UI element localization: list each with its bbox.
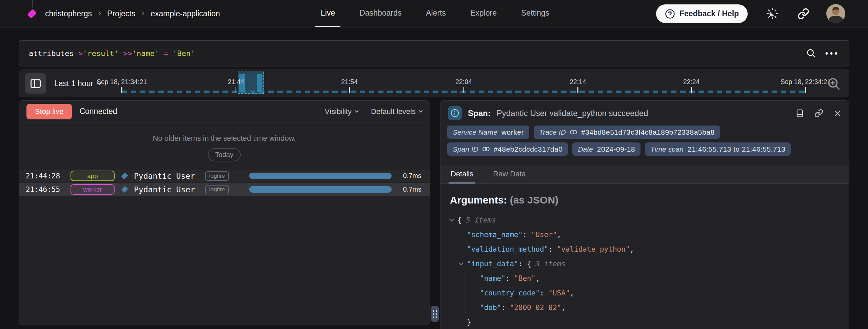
badge-row: Service NameworkerTrace ID#34bd8e51d73c3… <box>447 125 842 139</box>
date-pill-wrap: Today <box>19 143 430 161</box>
service-badge: app <box>71 171 115 181</box>
breadcrumb-chevron-icon: › <box>98 8 101 18</box>
json-token: : { <box>518 260 536 268</box>
timeline-track[interactable]: Sep 18, 21:34:2121:4421:5422:0422:1422:2… <box>122 70 806 97</box>
sidebar-toggle-button[interactable] <box>25 73 46 94</box>
timeline-tick-mark <box>121 87 122 93</box>
json-caret-icon[interactable] <box>459 260 463 265</box>
vertical-hairline <box>32 0 33 7</box>
info-icon <box>448 106 462 120</box>
tab-settings[interactable]: Settings <box>516 0 555 27</box>
json-token: 5 items <box>466 216 496 224</box>
logfire-logo-icon[interactable] <box>27 9 37 18</box>
user-avatar[interactable] <box>826 4 845 23</box>
today-pill[interactable]: Today <box>208 148 241 161</box>
json-token: { <box>457 216 466 224</box>
tab-dashboards[interactable]: Dashboards <box>354 0 407 27</box>
json-token: , <box>557 231 561 239</box>
close-icon[interactable] <box>833 109 842 117</box>
json-token: , <box>630 245 634 253</box>
feedback-help-button[interactable]: Feedback / Help <box>656 4 748 23</box>
timeline-tick-mark <box>463 87 464 93</box>
json-line: "schema_name": "User", <box>450 227 840 242</box>
avatar-head <box>832 7 840 15</box>
detail-tab-details[interactable]: Details <box>449 165 475 183</box>
badge-label: Service Name <box>453 128 497 136</box>
arguments-heading-suffix: (as JSON) <box>507 194 558 206</box>
breadcrumb-org[interactable]: christophergs <box>45 9 92 18</box>
connection-status: Connected <box>79 107 117 116</box>
duration-bar <box>249 186 392 193</box>
visibility-dropdown[interactable]: Visibility <box>325 107 358 116</box>
json-token: } <box>467 318 471 326</box>
tab-live[interactable]: Live <box>315 0 340 27</box>
trace-list: 21:44:28appPydantic Userlogfire0.7ms21:4… <box>19 170 430 196</box>
timeline-tick-label: 21:54 <box>341 78 358 86</box>
top-nav: christophergs › Projects › example-appli… <box>0 0 868 27</box>
badge-value: worker <box>501 128 524 136</box>
logfire-tag: logfire <box>205 171 229 181</box>
live-panel-controls: Visibility Default levels <box>325 107 422 116</box>
live-panel-header: Stop live Connected Visibility Default l… <box>19 101 430 122</box>
json-token: "User" <box>531 231 557 239</box>
query-input[interactable]: attributes->'result'->>'name' = 'Ben' <box>29 49 806 58</box>
duration-bar <box>249 173 392 179</box>
badge-value: #34bd8e51d73c3f4c8a189b72338a5ba8 <box>581 128 715 136</box>
json-token: "validate_python" <box>557 245 630 253</box>
open-panel-icon[interactable] <box>795 109 804 118</box>
more-options-icon[interactable]: ••• <box>825 49 839 58</box>
span-attribute-badge[interactable]: Service Nameworker <box>447 125 529 139</box>
visibility-label: Visibility <box>325 107 352 116</box>
span-attribute-badge[interactable]: Span ID#48eb2cdcdc317da0 <box>447 142 568 156</box>
json-token: : <box>501 304 510 312</box>
trace-row[interactable]: 21:44:28appPydantic Userlogfire0.7ms <box>19 170 430 182</box>
copy-link-icon[interactable] <box>814 109 823 118</box>
trace-row[interactable]: 21:46:55workerPydantic Userlogfire0.7ms <box>19 183 430 196</box>
zoom-in-icon[interactable] <box>827 77 841 91</box>
theme-toggle-icon[interactable] <box>766 8 778 20</box>
panel-resize-handle[interactable] <box>431 306 439 322</box>
sidebar-toggle-icon <box>31 79 41 88</box>
tab-explore[interactable]: Explore <box>465 0 502 27</box>
json-token: , <box>570 289 574 297</box>
span-attribute-badge[interactable]: Time span21:46:55.713 to 21:46:55.713 <box>645 142 791 156</box>
json-line: "input_data": { 3 items <box>450 256 840 271</box>
span-attribute-badge[interactable]: Date2024-09-18 <box>572 142 640 156</box>
link-icon <box>482 147 490 151</box>
span-badges: Service NameworkerTrace ID#34bd8e51d73c3… <box>440 124 849 156</box>
timeline-tick-label: Sep 18, 22:34:21 <box>781 78 831 86</box>
time-range-dropdown[interactable]: Last 1 hour <box>54 70 101 97</box>
live-view-panel: Stop live Connected Visibility Default l… <box>19 100 430 325</box>
json-token: "name" <box>480 274 506 283</box>
json-token: : <box>522 231 531 239</box>
json-token: "country_code" <box>480 289 540 297</box>
avatar-body <box>829 16 843 23</box>
share-link-icon[interactable] <box>797 8 809 20</box>
badge-label: Span ID <box>453 145 478 153</box>
json-token: , <box>561 304 566 312</box>
timeline-tick-label: 22:04 <box>455 78 472 86</box>
logfire-tag: logfire <box>205 185 229 194</box>
feedback-help-label: Feedback / Help <box>679 9 739 18</box>
default-levels-dropdown[interactable]: Default levels <box>371 107 422 116</box>
duration-label: 0.7ms <box>397 172 421 180</box>
breadcrumb-project-name[interactable]: example-application <box>151 9 220 18</box>
timeline-tick-mark <box>236 87 237 93</box>
json-line: { 5 items <box>450 213 840 227</box>
query-bar[interactable]: attributes->'result'->>'name' = 'Ben' ••… <box>19 40 849 66</box>
time-range-label: Last 1 hour <box>54 79 93 88</box>
span-title: Pydantic User validate_python succeeded <box>497 109 648 118</box>
breadcrumb-projects[interactable]: Projects <box>107 9 135 18</box>
detail-tab-raw-data[interactable]: Raw Data <box>491 165 528 183</box>
span-name: Pydantic User <box>134 185 195 194</box>
breadcrumb: christophergs › Projects › example-appli… <box>45 9 220 18</box>
span-name: Pydantic User <box>134 172 195 180</box>
stop-live-button[interactable]: Stop live <box>26 104 72 119</box>
trace-time: 21:44:28 <box>26 172 71 180</box>
search-icon[interactable] <box>806 48 816 59</box>
tab-alerts[interactable]: Alerts <box>420 0 451 27</box>
json-token: "validation_method" <box>467 245 548 253</box>
span-attribute-badge[interactable]: Trace ID#34bd8e51d73c3f4c8a189b72338a5ba… <box>534 125 720 139</box>
json-caret-icon[interactable] <box>449 217 454 221</box>
query-token: 'name' <box>132 49 159 58</box>
